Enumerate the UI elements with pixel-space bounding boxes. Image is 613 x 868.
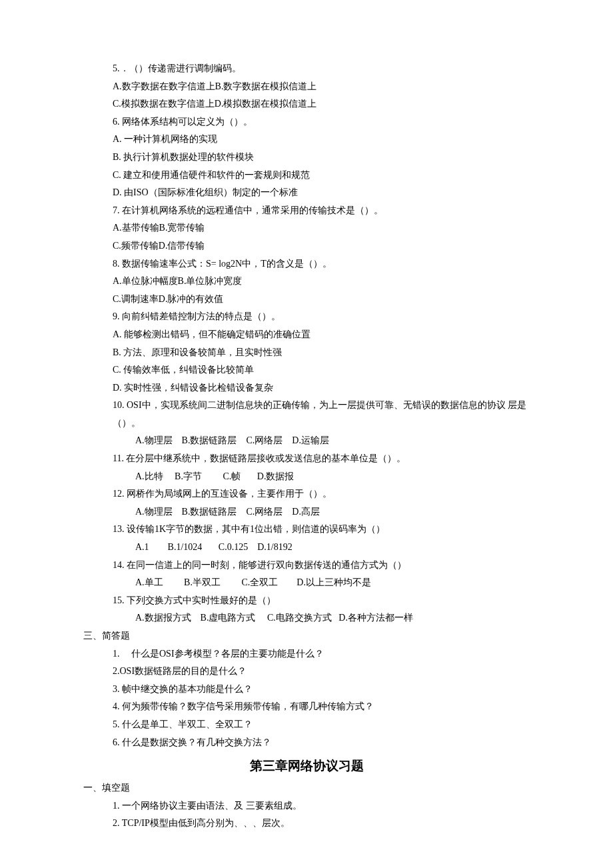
text-line: A.单工 B.半双工 C.全双工 D.以上三种均不是 — [83, 574, 530, 592]
chapter-title: 第三章网络协议习题 — [83, 754, 530, 778]
text-line: 10. OSI中，实现系统间二进制信息块的正确传输，为上一层提供可靠、无错误的数… — [83, 397, 530, 432]
text-line: A.数字数据在数字信道上B.数字数据在模拟信道上 — [83, 78, 530, 96]
text-line: 13. 设传输1K字节的数据，其中有1位出错，则信道的误码率为（） — [83, 521, 530, 539]
text-line: 5.．（）传递需进行调制编码。 — [83, 60, 530, 78]
text-line: B. 执行计算机数据处理的软件模块 — [83, 149, 530, 167]
text-line: B. 方法、原理和设备较简单，且实时性强 — [83, 344, 530, 362]
text-line: 2.OSI数据链路层的目的是什么？ — [83, 663, 530, 681]
text-line: 12. 网桥作为局域网上的互连设备，主要作用于（）。 — [83, 485, 530, 503]
text-line: 7. 在计算机网络系统的远程通信中，通常采用的传输技术是（）。 — [83, 202, 530, 220]
text-line: 1. 一个网络协议主要由语法、及 三要素组成。 — [83, 797, 530, 815]
text-line: 9. 向前纠错差错控制方法的特点是（）。 — [83, 308, 530, 326]
text-line: 3. 帧中继交换的基本功能是什么？ — [83, 681, 530, 699]
text-line: D. 实时性强，纠错设备比检错设备复杂 — [83, 379, 530, 397]
text-line: D. 由ISO（国际标准化组织）制定的一个标准 — [83, 184, 530, 202]
text-line: 1. 什么是OSI参考模型？各层的主要功能是什么？ — [83, 645, 530, 663]
text-line: A. 一种计算机网络的实现 — [83, 131, 530, 149]
text-line: 2. TCP/IP模型由低到高分别为、、、层次。 — [83, 815, 530, 833]
text-line: 6. 什么是数据交换？有几种交换方法？ — [83, 734, 530, 752]
section-heading-fill-blank: 一、填空题 — [83, 779, 530, 797]
text-line: C.调制速率D.脉冲的有效值 — [83, 291, 530, 309]
text-line: 14. 在同一信道上的同一时刻，能够进行双向数据传送的通信方式为（） — [83, 557, 530, 575]
text-line: 11. 在分层中继系统中，数据链路层接收或发送信息的基本单位是（）。 — [83, 450, 530, 468]
text-line: C.频带传输D.信带传输 — [83, 237, 530, 255]
text-line: A.单位脉冲幅度B.单位脉冲宽度 — [83, 273, 530, 291]
text-line: A.物理层 B.数据链路层 C.网络层 D.运输层 — [83, 432, 530, 450]
text-line: A. 能够检测出错码，但不能确定错码的准确位置 — [83, 326, 530, 344]
text-line: 15. 下列交换方式中实时性最好的是（） — [83, 592, 530, 610]
text-line: 8. 数据传输速率公式：S= log2N中，T的含义是（）。 — [83, 255, 530, 273]
fill-blank-lines: 1. 一个网络协议主要由语法、及 三要素组成。2. TCP/IP模型由低到高分别… — [83, 797, 530, 833]
text-line: 三、简答题 — [83, 627, 530, 645]
document-page: 5.．（）传递需进行调制编码。A.数字数据在数字信道上B.数字数据在模拟信道上C… — [0, 0, 613, 868]
content-lines: 5.．（）传递需进行调制编码。A.数字数据在数字信道上B.数字数据在模拟信道上C… — [83, 60, 530, 751]
text-line: A.基带传输B.宽带传输 — [83, 219, 530, 237]
text-line: C. 建立和使用通信硬件和软件的一套规则和规范 — [83, 167, 530, 185]
text-line: A.数据报方式 B.虚电路方式 C.电路交换方式 D.各种方法都一样 — [83, 609, 530, 627]
text-line: 4. 何为频带传输？数字信号采用频带传输，有哪几种传输方式？ — [83, 698, 530, 716]
text-line: A.比特 B.字节 C.帧 D.数据报 — [83, 468, 530, 486]
text-line: A.物理层 B.数据链路层 C.网络层 D.高层 — [83, 503, 530, 521]
text-line: C. 传输效率低，纠错设备比较简单 — [83, 361, 530, 379]
text-line: 6. 网络体系结构可以定义为（）。 — [83, 113, 530, 131]
text-line: A.1 B.1/1024 C.0.125 D.1/8192 — [83, 539, 530, 557]
text-line: 5. 什么是单工、半双工、全双工？ — [83, 716, 530, 734]
text-line: C.模拟数据在数字信道上D.模拟数据在模拟信道上 — [83, 95, 530, 113]
